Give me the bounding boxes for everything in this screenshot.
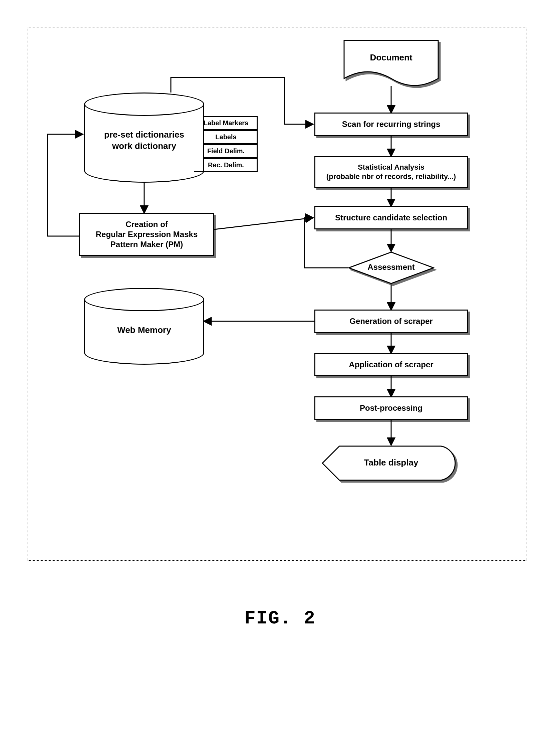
post-process: Post-processing [314, 396, 468, 420]
gen-scraper-process: Generation of scraper [314, 310, 468, 333]
scan-process: Scan for recurring strings [314, 112, 468, 136]
page: Document Scan for recurring strings Stat… [0, 0, 560, 745]
pm-label: Creation of Regular Expression Masks Pat… [96, 219, 198, 250]
figure-caption: FIG. 2 [0, 608, 560, 629]
table-display-label: Table display [321, 457, 461, 468]
dict-tag-labels-text: Labels [215, 133, 236, 141]
stat-label: Statistical Analysis (probable nbr of re… [326, 163, 456, 181]
table-display-shape: Table display [321, 445, 461, 482]
stat-process: Statistical Analysis (probable nbr of re… [314, 156, 468, 188]
web-memory-label: Web Memory [84, 325, 204, 336]
candidate-label: Structure candidate selection [335, 213, 447, 223]
dict-label: pre-set dictionaries work dictionary [84, 129, 204, 152]
document-shape: Document [343, 39, 440, 89]
pm-process: Creation of Regular Expression Masks Pat… [79, 213, 214, 256]
scan-label: Scan for recurring strings [342, 119, 441, 129]
diagram-frame: Document Scan for recurring strings Stat… [27, 27, 527, 561]
assessment-label: Assessment [348, 262, 434, 272]
dict-tag-field-delim-text: Field Delim. [207, 147, 245, 155]
dict-datastore: pre-set dictionaries work dictionary [84, 93, 204, 183]
document-label: Document [343, 53, 440, 63]
svg-line-9 [214, 218, 313, 229]
apply-scraper-process: Application of scraper [314, 353, 468, 376]
candidate-process: Structure candidate selection [314, 206, 468, 229]
gen-scraper-label: Generation of scraper [349, 316, 432, 326]
web-memory-datastore: Web Memory [84, 288, 204, 365]
apply-scraper-label: Application of scraper [349, 360, 433, 370]
post-label: Post-processing [360, 403, 422, 413]
dict-tag-label-markers-text: Label Markers [204, 119, 249, 127]
assessment-decision: Assessment [348, 251, 434, 285]
dict-tag-rec-delim-text: Rec. Delim. [208, 161, 244, 169]
